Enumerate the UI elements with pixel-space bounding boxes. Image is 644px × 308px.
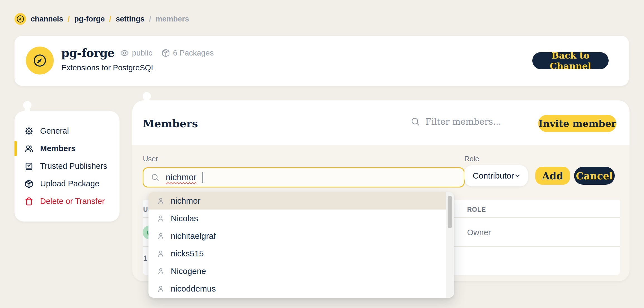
user-field-label: User [143, 155, 158, 163]
person-icon [157, 285, 165, 293]
person-icon [157, 250, 165, 258]
visibility-badge: public [120, 48, 152, 58]
search-icon [410, 117, 420, 127]
autocomplete-option[interactable]: nichmor [148, 192, 454, 210]
text-caret [203, 172, 203, 183]
autocomplete-option[interactable]: nichitaelgraf [148, 227, 454, 245]
channel-avatar [26, 47, 54, 74]
autocomplete-option[interactable]: nicks515 [148, 245, 454, 262]
role-select[interactable]: Contributor [464, 165, 528, 186]
sidebar-nav: General Members [14, 122, 119, 210]
autocomplete-option-label: Nicogene [171, 266, 206, 276]
sidebar-item-upload-package[interactable]: Upload Package [14, 175, 119, 192]
brand-logo-icon[interactable] [14, 13, 26, 25]
packages-label: 6 Packages [173, 49, 214, 57]
role-field-label: Role [464, 155, 479, 163]
sidebar-item-members[interactable]: Members [14, 140, 119, 157]
autocomplete-option-label: nichmor [171, 196, 201, 206]
user-autocomplete-dropdown: nichmor Nicolas nichitaelgraf [148, 192, 454, 298]
scrollbar-track[interactable] [446, 192, 454, 298]
autocomplete-option[interactable]: Nicogene [148, 262, 454, 280]
scrollbar-thumb[interactable] [448, 196, 452, 228]
search-icon [151, 173, 160, 182]
breadcrumb-settings[interactable]: settings [116, 15, 145, 23]
autocomplete-option-label: Nicolas [171, 214, 198, 223]
invite-member-button[interactable]: Invite member [538, 115, 616, 132]
sidebar-notch-stem [25, 108, 30, 112]
breadcrumb-channels[interactable]: channels [31, 15, 63, 23]
channel-description: Extensions for PostgreSQL [61, 63, 214, 72]
person-icon [157, 267, 165, 275]
package-icon [25, 179, 33, 188]
column-header-role: ROLE [467, 206, 486, 213]
channel-header-card: pg-forge public 6 Packages Extensio [14, 36, 629, 86]
breadcrumb-separator: / [109, 15, 111, 23]
panel-title: Members [143, 117, 198, 130]
add-button[interactable]: Add [535, 167, 570, 185]
back-to-channel-button[interactable]: Back to Channel [532, 52, 609, 69]
sidebar-item-delete-or-transfer[interactable]: Delete or Transfer [14, 192, 119, 210]
sidebar-item-label: Upload Package [40, 179, 99, 188]
page: channels / pg-forge / settings / members… [0, 0, 644, 308]
packages-badge: 6 Packages [161, 49, 214, 57]
cancel-button[interactable]: Cancel [574, 167, 615, 185]
channel-info: pg-forge public 6 Packages Extensio [61, 44, 214, 72]
user-search-value: nichmor [166, 172, 196, 182]
check-square-icon [25, 162, 33, 171]
breadcrumb-separator: / [149, 15, 151, 23]
breadcrumb: channels / pg-forge / settings / members [14, 13, 189, 25]
breadcrumb-channel-name[interactable]: pg-forge [74, 15, 105, 23]
breadcrumb-separator: / [68, 15, 70, 23]
person-icon [157, 215, 165, 222]
user-search-input[interactable]: nichmor [143, 167, 465, 187]
autocomplete-option[interactable]: nicoddemus [148, 280, 454, 297]
eye-icon [120, 48, 129, 58]
person-icon [157, 197, 165, 205]
breadcrumb-members: members [156, 15, 189, 23]
package-icon [161, 49, 170, 57]
autocomplete-option[interactable]: Nicolas [148, 210, 454, 227]
sidebar-item-label: Delete or Transfer [40, 197, 105, 206]
panel-header: Members Invite member [132, 100, 630, 145]
visibility-label: public [132, 49, 152, 57]
users-icon [25, 144, 33, 153]
autocomplete-option-label: nicks515 [171, 249, 204, 258]
sidebar-item-label: Members [40, 144, 75, 153]
filter-members-field[interactable] [410, 117, 517, 127]
sidebar-item-trusted-publishers[interactable]: Trusted Publishers [14, 157, 119, 175]
channel-title: pg-forge [61, 46, 115, 60]
sidebar-item-label: Trusted Publishers [40, 162, 107, 171]
chevron-down-icon [514, 172, 521, 180]
autocomplete-option-label: nichitaelgraf [171, 231, 216, 241]
sidebar-item-label: General [40, 126, 69, 136]
trash-icon [25, 197, 33, 206]
member-role-cell: Owner [467, 228, 491, 237]
person-icon [157, 232, 165, 240]
autocomplete-option-label: nicoddemus [171, 284, 216, 293]
role-select-value: Contributor [473, 171, 514, 181]
filter-members-input[interactable] [425, 117, 517, 127]
settings-sidebar: General Members [14, 111, 119, 222]
active-indicator [14, 141, 17, 156]
compass-icon [32, 52, 48, 69]
sidebar-item-general[interactable]: General [14, 122, 119, 140]
gear-icon [25, 127, 33, 136]
